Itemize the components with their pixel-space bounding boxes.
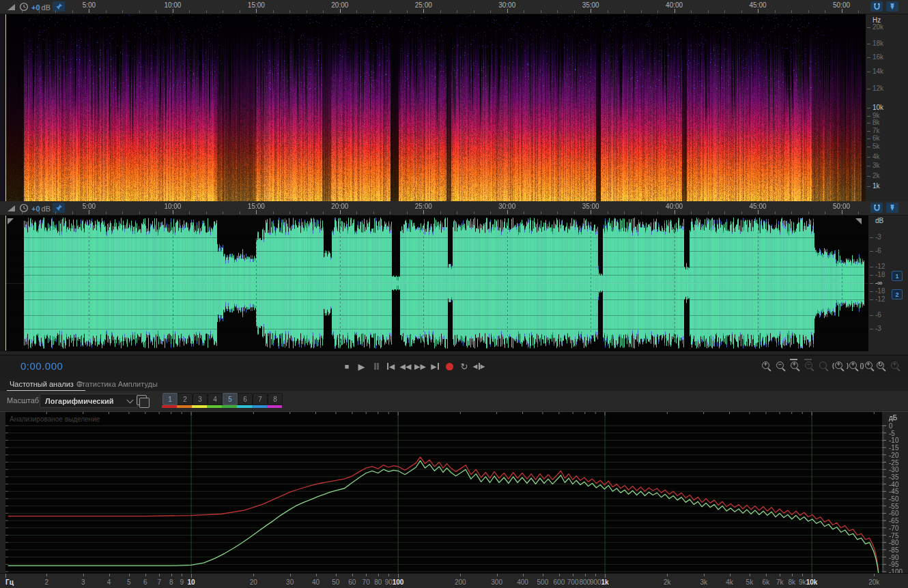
skip-to-start-button[interactable]: ◀	[384, 359, 398, 373]
pause-button[interactable]	[369, 359, 383, 373]
scale-label: Масштаб:	[7, 396, 41, 405]
channel-1-badge[interactable]: 1	[892, 271, 903, 281]
hold-frame-button-3[interactable]: 3	[193, 393, 208, 405]
corner-triangle-icon[interactable]	[855, 218, 862, 224]
freq-axis-tick	[366, 574, 367, 576]
freq-axis-tick	[523, 574, 524, 576]
zoom-out-amplitude-button[interactable]: −	[802, 360, 815, 372]
magnet-icon	[873, 3, 881, 10]
db-tick	[870, 237, 873, 238]
time-tick	[122, 211, 123, 214]
current-time-display[interactable]: 0:00.000	[20, 360, 63, 372]
zoom-reset-button[interactable]: ↻	[874, 360, 887, 372]
playhead-line[interactable]	[5, 216, 6, 351]
time-tick	[691, 211, 692, 214]
zoom-in-right-edge-button[interactable]: )+	[845, 360, 858, 372]
fast-forward-button[interactable]: ▶▶	[414, 359, 427, 373]
freq-axis-tick	[766, 574, 767, 576]
db-axis-label: -65	[889, 517, 898, 525]
db-axis-label: -55	[889, 503, 898, 510]
spectrogram-view[interactable]: Hz 20k18k16k14k12k10k9k8k7k6k5k4k3k2k1k	[0, 14, 908, 201]
time-tick	[390, 211, 391, 214]
waveform-ruler-bar[interactable]: +0dB 5:0010:0015:0020:0025:0030:0035:004…	[0, 201, 908, 216]
channel-2-badge[interactable]: 2	[892, 289, 903, 299]
time-tick	[624, 211, 625, 214]
hold-frame-button-7[interactable]: 7	[253, 393, 268, 405]
spectrogram-canvas[interactable]	[5, 14, 866, 201]
zoom-to-selection-button[interactable]: ()+	[860, 360, 872, 372]
amplitude-scale[interactable]: dB -3-3-6-6-12-12-18-18-∞	[868, 216, 908, 351]
tab-amplitude-statistics[interactable]: Статистика Амплитуды	[74, 378, 160, 390]
record-button[interactable]	[443, 359, 457, 373]
playhead-line[interactable]	[5, 14, 6, 201]
zoom-out-button[interactable]: −	[774, 360, 786, 372]
hold-frame-color-6	[237, 405, 252, 408]
plot-background[interactable]	[5, 412, 882, 573]
time-tick	[541, 211, 541, 214]
spectrogram-ruler-bar[interactable]: +0dB 5:0010:0015:0020:0025:0030:0035:004…	[0, 0, 908, 14]
freq-axis-label: 40	[312, 578, 320, 586]
freq-axis-label: 8	[169, 578, 173, 586]
hold-frame-button-2[interactable]: 2	[178, 393, 193, 405]
snap-toggle-button[interactable]	[870, 1, 883, 12]
time-tick	[240, 211, 240, 214]
db-tick	[870, 299, 873, 300]
zoom-in-left-edge-button[interactable]: (+	[831, 360, 844, 372]
skip-selection-button[interactable]: ◀▶	[472, 359, 486, 373]
scale-dropdown[interactable]: Логарифмический	[40, 394, 138, 408]
time-tick	[307, 10, 307, 13]
freq-axis-label: 30	[286, 578, 294, 586]
db-tick	[870, 251, 873, 252]
time-tick	[206, 10, 207, 13]
time-tick	[758, 9, 758, 13]
hold-frame-color-4	[207, 405, 222, 408]
play-button[interactable]: ▶	[355, 359, 369, 373]
db-axis-label: -10	[889, 437, 898, 444]
hold-frame-button-1[interactable]: 1	[162, 393, 178, 405]
time-tick	[641, 10, 642, 13]
waveform-timeline-ruler[interactable]: 5:0010:0015:0020:0025:0030:0035:0040:004…	[0, 201, 867, 215]
freq-axis-label: 6k	[763, 578, 770, 586]
hold-frame-button-5[interactable]: 5	[223, 393, 238, 405]
zoom-in-amplitude-button[interactable]: +	[788, 360, 801, 372]
copy-graph-button[interactable]	[137, 395, 147, 405]
frequency-plot-svg[interactable]: Анализированое выделение	[0, 412, 908, 574]
marker-toggle-button[interactable]	[886, 1, 898, 12]
time-tick	[440, 10, 441, 13]
waveform-view[interactable]: dB -3-3-6-6-12-12-18-18-∞ 1 2	[0, 216, 908, 351]
time-tick	[775, 211, 776, 214]
db-axis-label: -40	[889, 481, 898, 488]
zoom-reset-vertical-button[interactable]	[817, 360, 829, 372]
hold-frame-button-8[interactable]: 8	[268, 393, 283, 405]
time-tick	[808, 211, 809, 214]
frequency-analysis-plot[interactable]: Анализированое выделение дБ0-5-10-15-20-…	[0, 411, 908, 574]
waveform-canvas[interactable]	[5, 216, 868, 351]
spectrogram-timeline-ruler[interactable]: 5:0010:0015:0020:0025:0030:0035:0040:004…	[0, 0, 867, 14]
skip-to-end-button[interactable]: ▶	[428, 359, 442, 373]
rewind-button[interactable]: ◀◀	[399, 359, 412, 373]
snap-toggle-button[interactable]	[870, 203, 883, 213]
freq-axis-label: 500	[537, 578, 549, 586]
magnet-icon	[873, 204, 881, 211]
loop-playback-button[interactable]: ↻	[457, 359, 471, 373]
zoom-full-button[interactable]: +	[888, 360, 901, 372]
stop-button[interactable]: ■	[340, 359, 354, 373]
time-tick	[356, 10, 357, 13]
db-axis-label: -25	[889, 459, 898, 467]
frequency-scale[interactable]: Hz 20k18k16k14k12k10k9k8k7k6k5k4k3k2k1k	[866, 14, 908, 201]
frequency-tick	[867, 57, 870, 58]
hold-frame-button-4[interactable]: 4	[208, 393, 223, 405]
freq-axis-label: 20	[250, 578, 257, 586]
corner-triangle-icon[interactable]	[8, 218, 14, 224]
tab-label: Частотный анализ	[10, 380, 74, 388]
freq-axis-tick	[667, 574, 668, 576]
time-tick	[55, 211, 56, 214]
marker-toggle-button[interactable]	[886, 203, 898, 213]
zoom-in-button[interactable]: +	[759, 360, 772, 372]
db-tick	[870, 275, 873, 276]
time-tick	[122, 10, 123, 13]
db-axis-label: -20	[889, 452, 898, 459]
freq-axis-tick	[316, 574, 317, 576]
hold-frame-button-6[interactable]: 6	[238, 393, 253, 405]
time-tick	[139, 10, 140, 13]
